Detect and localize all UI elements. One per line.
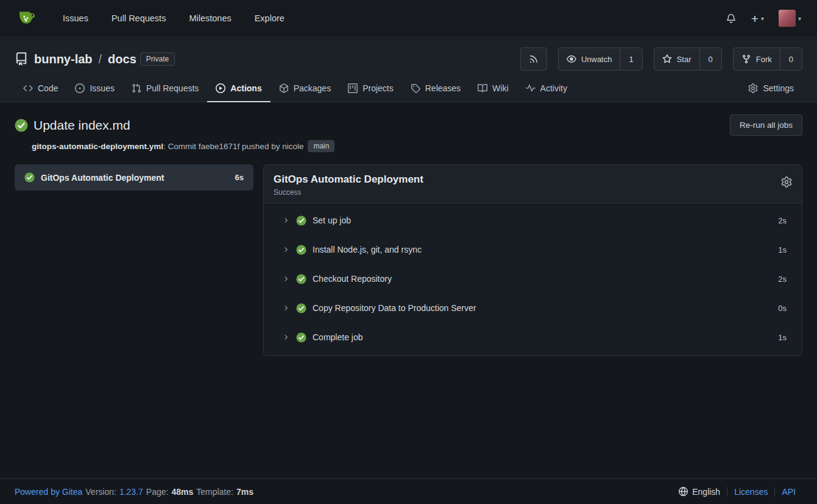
unwatch-button[interactable]: Unwatch: [559, 48, 620, 70]
watch-button-group: Unwatch 1: [558, 47, 643, 71]
repo-tabs: Code Issues Pull Requests Actions Packag…: [0, 75, 817, 102]
issue-opened-icon: [75, 83, 85, 93]
repo-icon: [15, 52, 28, 66]
licenses-link[interactable]: Licenses: [727, 487, 774, 497]
stars-count[interactable]: 0: [699, 48, 721, 70]
repo-title-row: bunny-lab / docs Private Unwatch: [15, 45, 802, 73]
nav-item-issues[interactable]: Issues: [51, 0, 100, 37]
workflow-file-link[interactable]: gitops-automatic-deployment.yml: [32, 142, 163, 151]
version-label: Version:: [85, 487, 116, 497]
branch-badge[interactable]: main: [308, 140, 334, 152]
step-row[interactable]: Copy Repository Data to Production Serve…: [264, 293, 802, 323]
chevron-right-icon[interactable]: [282, 246, 289, 253]
gitea-logo-icon[interactable]: [16, 9, 37, 28]
package-icon: [279, 83, 289, 93]
private-badge: Private: [140, 52, 175, 66]
step-row[interactable]: Set up job 2s: [264, 206, 802, 235]
language-selector[interactable]: English: [672, 487, 727, 497]
template-time: 7ms: [236, 487, 253, 497]
tab-label: Packages: [294, 83, 331, 93]
chevron-right-icon[interactable]: [282, 304, 289, 312]
api-link[interactable]: API: [775, 487, 802, 497]
watchers-count[interactable]: 1: [620, 48, 642, 70]
job-options-gear-icon[interactable]: [781, 173, 792, 187]
tab-packages[interactable]: Packages: [271, 75, 339, 102]
star-icon: [662, 54, 672, 64]
plus-icon: +: [751, 12, 759, 25]
user-menu[interactable]: ▾: [779, 10, 801, 27]
rss-button[interactable]: [520, 47, 547, 71]
step-row[interactable]: Complete job 1s: [264, 323, 802, 352]
notifications-bell-icon[interactable]: [726, 13, 737, 24]
powered-by-gitea-link[interactable]: Powered by Gitea: [15, 487, 82, 497]
play-circle-icon: [216, 83, 225, 93]
repo-header-section: bunny-lab / docs Private Unwatch: [0, 37, 817, 102]
step-duration: 1s: [778, 245, 787, 254]
version-link[interactable]: 1.23.7: [119, 487, 143, 497]
star-button[interactable]: Star: [654, 48, 699, 70]
chevron-right-icon[interactable]: [282, 275, 289, 282]
tab-issues[interactable]: Issues: [66, 75, 122, 102]
template-label: Template:: [196, 487, 233, 497]
step-duration: 2s: [778, 216, 787, 225]
success-check-icon: [296, 245, 306, 255]
chevron-right-icon[interactable]: [282, 217, 289, 224]
globe-icon: [679, 487, 688, 496]
project-board-icon: [348, 83, 358, 93]
repo-separator: /: [99, 52, 102, 66]
fork-button[interactable]: Fork: [734, 48, 780, 70]
tab-pull-requests[interactable]: Pull Requests: [123, 75, 207, 102]
create-new-dropdown[interactable]: + ▾: [751, 12, 764, 25]
chevron-down-icon: ▾: [761, 15, 764, 22]
tab-label: Issues: [90, 83, 114, 93]
main-content: Update index.md Re-run all jobs gitops-a…: [0, 102, 817, 478]
tab-code[interactable]: Code: [15, 75, 66, 102]
language-label: English: [692, 487, 720, 497]
run-title: Update index.md: [34, 118, 130, 133]
job-list-item[interactable]: GitOps Automatic Deployment 6s: [15, 164, 253, 191]
nav-item-explore[interactable]: Explore: [243, 0, 296, 37]
step-row[interactable]: Install Node.js, git, and rsync 1s: [264, 235, 802, 264]
job-list: GitOps Automatic Deployment 6s: [15, 164, 253, 191]
tab-activity[interactable]: Activity: [517, 75, 576, 102]
repo-owner-link[interactable]: bunny-lab: [34, 52, 93, 66]
step-list: Set up job 2s Install Node.js, git, and …: [264, 203, 802, 355]
star-label: Star: [677, 55, 691, 64]
tab-wiki[interactable]: Wiki: [469, 75, 517, 102]
avatar: [779, 10, 796, 27]
star-button-group: Star 0: [654, 47, 722, 71]
footer-left: Powered by Gitea Version: 1.23.7 Page: 4…: [15, 487, 253, 497]
unwatch-label: Unwatch: [581, 55, 612, 64]
tag-icon: [411, 83, 420, 93]
step-row[interactable]: Checkout Repository 2s: [264, 264, 802, 293]
step-name: Complete job: [313, 332, 363, 342]
success-check-icon: [15, 119, 28, 132]
tab-label: Activity: [540, 83, 567, 93]
step-name: Install Node.js, git, and rsync: [313, 245, 422, 254]
nav-item-milestones[interactable]: Milestones: [177, 0, 242, 37]
step-duration: 0s: [778, 304, 787, 313]
run-subtitle: gitops-automatic-deployment.yml: Commit …: [32, 140, 802, 152]
success-check-icon: [296, 274, 306, 284]
forks-count[interactable]: 0: [780, 48, 802, 70]
tab-label: Actions: [230, 83, 261, 93]
tab-label: Releases: [425, 83, 461, 93]
chevron-right-icon[interactable]: [282, 334, 289, 341]
tab-releases[interactable]: Releases: [402, 75, 469, 102]
step-name: Checkout Repository: [313, 274, 392, 284]
page-label: Page:: [146, 487, 169, 497]
pulse-icon: [526, 83, 536, 93]
tab-actions[interactable]: Actions: [207, 75, 270, 102]
success-check-icon: [24, 172, 35, 183]
step-name: Set up job: [313, 215, 351, 225]
fork-button-group: Fork 0: [733, 47, 802, 71]
rerun-all-jobs-button[interactable]: Re-run all jobs: [730, 114, 802, 136]
book-icon: [478, 83, 487, 93]
nav-item-pull-requests[interactable]: Pull Requests: [100, 0, 177, 37]
git-pull-request-icon: [132, 83, 141, 93]
repo-name-link[interactable]: docs: [108, 52, 136, 66]
fork-icon: [741, 54, 751, 64]
tab-settings[interactable]: Settings: [740, 75, 802, 102]
tab-projects[interactable]: Projects: [339, 75, 402, 102]
step-duration: 1s: [778, 333, 787, 342]
